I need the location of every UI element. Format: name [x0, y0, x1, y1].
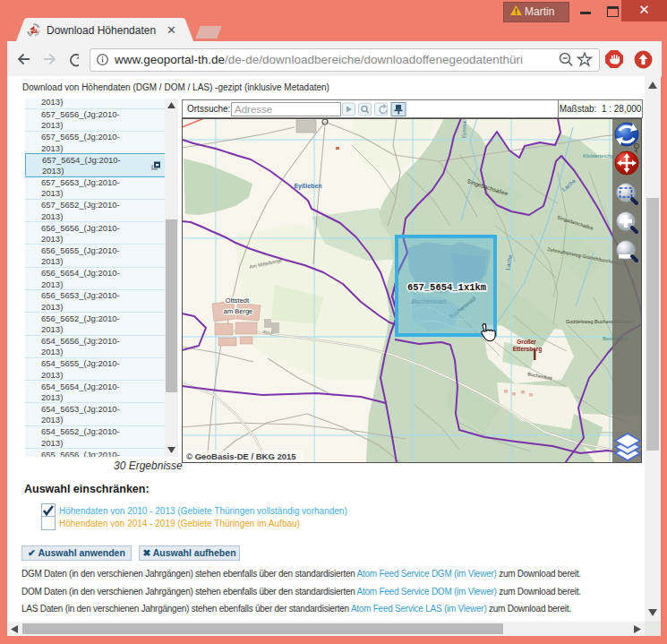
svg-text:Großer: Großer — [517, 339, 536, 345]
svg-text:Ettersberg: Ettersberg — [513, 346, 543, 353]
svg-text:Eynsbach: Eynsbach — [461, 118, 467, 138]
svg-text:© GeoBasis-DE / BKG 2015: © GeoBasis-DE / BKG 2015 — [186, 451, 296, 461]
svg-text:am Berge: am Berge — [224, 307, 253, 315]
svg-text:657_5654_1x1km: 657_5654_1x1km — [407, 282, 486, 293]
svg-text:Ottstedt: Ottstedt — [226, 296, 250, 305]
svg-text:Eyßleben: Eyßleben — [294, 183, 321, 190]
